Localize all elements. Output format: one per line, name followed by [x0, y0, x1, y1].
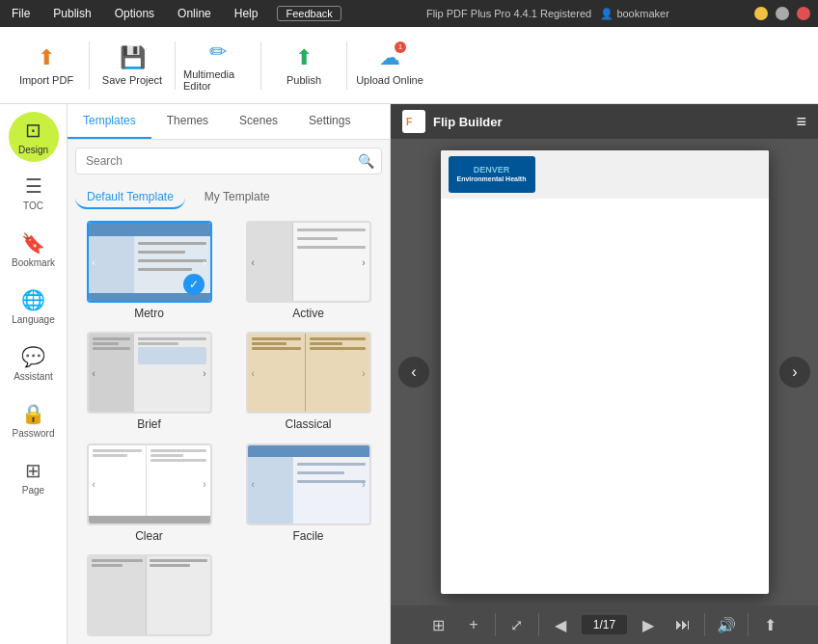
sub-tab-default[interactable]: Default Template: [75, 186, 185, 209]
prev-page-button[interactable]: ‹: [398, 357, 429, 388]
template-clear[interactable]: ‹ › Clear: [75, 443, 223, 543]
assistant-icon: 💬: [21, 345, 45, 368]
share-button[interactable]: ⬆: [752, 607, 787, 642]
main-toolbar: ⬆ Import PDF 💾 Save Project ✏ Multimedia…: [0, 27, 818, 104]
template-brief[interactable]: ‹ › Brief: [75, 332, 223, 431]
template-clear-name: Clear: [135, 529, 163, 543]
feedback-button[interactable]: Feedback: [277, 6, 341, 21]
zoom-in-button[interactable]: +: [456, 607, 491, 642]
toolbar-sep4: [748, 613, 749, 636]
template-panel: Templates Themes Scenes Settings 🔍 Defau…: [68, 104, 391, 644]
multimedia-editor-icon: ✏: [209, 40, 227, 65]
tab-settings[interactable]: Settings: [293, 104, 366, 139]
templates-grid: ‹ › ✓ Metro: [68, 213, 390, 644]
toolbar-sep2: [538, 613, 539, 636]
template-sub-tabs: Default Template My Template: [68, 182, 390, 213]
search-input[interactable]: [75, 148, 382, 174]
toolbar-separator-1: [89, 41, 90, 90]
template-brief-thumb[interactable]: ‹ ›: [87, 332, 212, 414]
svg-text:F: F: [406, 117, 412, 127]
tab-themes[interactable]: Themes: [151, 104, 224, 139]
upload-online-icon: ☁1: [379, 45, 400, 70]
close-button[interactable]: [797, 7, 810, 20]
cover-bottom-bar: DENVER Environmental Health: [441, 150, 769, 199]
menu-publish[interactable]: Publish: [49, 5, 95, 22]
sub-tab-my[interactable]: My Template: [193, 186, 282, 209]
template-clear-thumb[interactable]: ‹ ›: [87, 443, 212, 525]
page-icon: ⊞: [25, 459, 41, 482]
search-icon: 🔍: [358, 153, 374, 169]
menu-file[interactable]: File: [8, 5, 34, 22]
left-sidebar: ⊡ Design ☰ TOC 🔖 Bookmark 🌐 Language 💬 A…: [0, 104, 68, 644]
template-classical-thumb[interactable]: ‹ ›: [246, 332, 371, 414]
template-active-name: Active: [292, 307, 324, 320]
import-pdf-icon: ⬆: [38, 45, 55, 70]
menu-options[interactable]: Options: [111, 5, 158, 22]
fit-page-button[interactable]: ⤢: [500, 607, 534, 642]
template-classical-name: Classical: [285, 417, 331, 431]
template-metro-thumb[interactable]: ‹ › ✓: [87, 221, 212, 303]
toolbar-sep1: [495, 613, 496, 636]
template-facile-thumb[interactable]: ‹ ›: [246, 443, 371, 525]
window-controls: [754, 7, 810, 20]
publish-button[interactable]: ⬆ Publish: [265, 31, 342, 100]
main-layout: ⊡ Design ☰ TOC 🔖 Bookmark 🌐 Language 💬 A…: [0, 104, 818, 644]
next-page-nav-button[interactable]: ▶: [631, 607, 666, 642]
search-bar: 🔍: [75, 148, 382, 174]
preview-content: ‹ › Kid's Health & Safety Coloring Book: [391, 139, 818, 605]
template-active-thumb[interactable]: ‹ ›: [246, 221, 371, 303]
menu-online[interactable]: Online: [174, 5, 215, 22]
template-facile[interactable]: ‹ › Facile: [234, 443, 382, 543]
import-pdf-button[interactable]: ⬆ Import PDF: [8, 31, 85, 100]
book-preview-panel: F Flip Builder ≡ ‹ › Kid's Health & Safe…: [391, 104, 818, 644]
sidebar-item-page[interactable]: ⊞ Page: [5, 450, 63, 503]
tab-templates[interactable]: Templates: [68, 104, 151, 139]
app-title: Flip PDF Plus Pro 4.4.1 Registered 👤 boo…: [341, 8, 754, 20]
publish-icon: ⬆: [295, 45, 313, 70]
maximize-button[interactable]: [776, 7, 789, 20]
menu-help[interactable]: Help: [231, 5, 262, 22]
password-icon: 🔒: [21, 402, 45, 425]
template-tab-bar: Templates Themes Scenes Settings: [68, 104, 390, 140]
sidebar-item-assistant[interactable]: 💬 Assistant: [5, 336, 63, 389]
template-metro[interactable]: ‹ › ✓ Metro: [75, 221, 223, 320]
last-page-button[interactable]: ⏭: [666, 607, 700, 642]
toc-icon: ☰: [25, 174, 42, 198]
prev-page-nav-button[interactable]: ◀: [543, 607, 578, 642]
toolbar-separator-2: [175, 41, 176, 90]
grid-view-button[interactable]: ⊞: [422, 607, 456, 642]
upload-online-button[interactable]: ☁1 Upload Online: [351, 31, 428, 100]
multimedia-editor-button[interactable]: ✏ Multimedia Editor: [179, 31, 257, 100]
preview-menu-icon[interactable]: ≡: [796, 112, 806, 132]
title-bar: File Publish Options Online Help Feedbac…: [0, 0, 818, 27]
sidebar-item-language[interactable]: 🌐 Language: [5, 280, 63, 333]
sidebar-item-design[interactable]: ⊡ Design: [9, 112, 59, 162]
template-metro-name: Metro: [134, 307, 164, 320]
template-facile-name: Facile: [292, 529, 323, 543]
next-page-button[interactable]: ›: [779, 357, 810, 388]
flip-builder-logo: F: [402, 110, 425, 133]
bottom-toolbar: ⊞ + ⤢ ◀ 1/17 ▶ ⏭ 🔊 ⬆: [391, 605, 818, 644]
template-last1-thumb[interactable]: [87, 554, 212, 636]
selected-badge: ✓: [183, 274, 204, 295]
save-project-button[interactable]: 💾 Save Project: [94, 31, 171, 100]
preview-title: F Flip Builder: [402, 110, 503, 133]
template-active[interactable]: ‹ › Active: [234, 221, 382, 320]
bookmark-icon: 🔖: [21, 231, 45, 255]
template-brief-name: Brief: [137, 417, 161, 431]
template-last1[interactable]: [75, 554, 223, 636]
language-icon: 🌐: [21, 288, 45, 311]
tab-scenes[interactable]: Scenes: [224, 104, 293, 139]
sidebar-item-toc[interactable]: ☰ TOC: [5, 166, 63, 219]
sidebar-item-password[interactable]: 🔒 Password: [5, 393, 63, 446]
volume-button[interactable]: 🔊: [709, 607, 744, 642]
toolbar-sep3: [704, 613, 705, 636]
design-icon: ⊡: [25, 119, 41, 142]
sidebar-item-bookmark[interactable]: 🔖 Bookmark: [5, 223, 63, 276]
title-bar-menus: File Publish Options Online Help Feedbac…: [8, 5, 341, 22]
minimize-button[interactable]: [754, 7, 768, 20]
toolbar-separator-4: [346, 41, 347, 90]
toolbar-separator-3: [260, 41, 261, 90]
preview-toolbar: F Flip Builder ≡: [391, 104, 818, 139]
template-classical[interactable]: ‹ › Classical: [234, 332, 382, 431]
